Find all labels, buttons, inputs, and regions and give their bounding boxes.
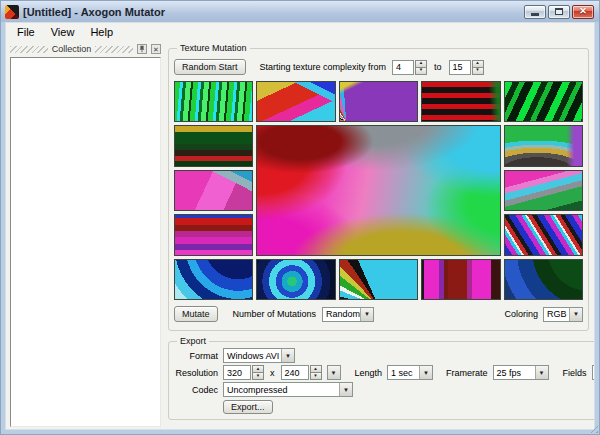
texture-thumbnail[interactable] (421, 259, 500, 300)
panel-close-button[interactable]: ✕ (151, 44, 161, 54)
mutations-label: Number of Mutations (233, 309, 317, 319)
window-title: [Untitled] - Axogon Mutator (23, 6, 524, 18)
texture-thumbnail[interactable] (339, 259, 418, 300)
chevron-down-icon: ▼ (569, 308, 582, 321)
framerate-label: Framerate (446, 368, 488, 378)
framerate-dropdown[interactable]: 25 fps ▼ (493, 365, 549, 380)
export-group-label: Export (177, 336, 209, 346)
close-icon: ✕ (579, 7, 587, 16)
texture-thumbnail[interactable] (504, 259, 583, 300)
random-start-button[interactable]: Random Start (174, 59, 246, 75)
titlebar[interactable]: [Untitled] - Axogon Mutator ✕ (1, 1, 599, 22)
texture-thumbnail[interactable] (504, 170, 583, 211)
texture-thumbnail[interactable] (421, 81, 500, 122)
resolution-width-input[interactable]: 320 (223, 365, 251, 380)
texture-grid (174, 81, 583, 300)
texture-preview-center[interactable] (256, 125, 500, 255)
export-group: Export Format Windows AVI ▼ Resolution 3… (168, 336, 594, 420)
texture-thumbnail[interactable] (174, 170, 253, 211)
menu-file[interactable]: File (10, 24, 42, 40)
resolution-height-down-button[interactable]: ▼ (310, 373, 322, 380)
format-label: Format (174, 351, 218, 361)
gripper-texture (10, 46, 48, 53)
menu-help[interactable]: Help (83, 24, 120, 40)
complexity-to-input[interactable]: 15 (449, 60, 471, 75)
resolution-label: Resolution (174, 368, 218, 378)
app-window: [Untitled] - Axogon Mutator ✕ File View … (0, 0, 600, 435)
mutations-dropdown[interactable]: Random ▼ (322, 307, 374, 322)
maximize-button[interactable] (548, 5, 570, 19)
length-value: 1 sec (388, 366, 419, 379)
app-icon (5, 5, 19, 19)
length-label: Length (355, 368, 383, 378)
chevron-down-icon: ▼ (339, 383, 352, 396)
collection-header[interactable]: Collection ✕ (10, 43, 161, 55)
complexity-to-down-button[interactable]: ▼ (472, 68, 484, 75)
texture-thumbnail[interactable] (504, 214, 583, 255)
texture-thumbnail[interactable] (174, 81, 253, 122)
chevron-down-icon: ▼ (281, 349, 294, 362)
collection-list[interactable] (10, 57, 161, 427)
chevron-down-icon: ▼ (360, 308, 373, 321)
close-button[interactable]: ✕ (572, 5, 594, 19)
format-value: Windows AVI (224, 349, 281, 362)
resolution-times-label: x (270, 368, 275, 378)
coloring-label: Coloring (504, 309, 538, 319)
texture-thumbnail[interactable] (174, 125, 253, 166)
minimize-button[interactable] (524, 5, 546, 19)
texture-thumbnail[interactable] (339, 81, 418, 122)
maximize-icon (555, 8, 563, 15)
codec-label: Codec (174, 385, 218, 395)
codec-dropdown[interactable]: Uncompressed ▼ (223, 382, 353, 397)
pin-icon (138, 45, 146, 53)
coloring-dropdown[interactable]: RGB ▼ (543, 307, 583, 322)
collection-title: Collection (52, 44, 92, 54)
main-panel: Texture Mutation Random Start Starting t… (162, 41, 594, 429)
complexity-from-down-button[interactable]: ▼ (415, 68, 427, 75)
chevron-down-icon: ▼ (328, 366, 340, 379)
export-button[interactable]: Export... (223, 400, 273, 414)
collection-panel: Collection ✕ (6, 41, 162, 429)
texture-thumbnail[interactable] (504, 125, 583, 166)
texture-thumbnail[interactable] (256, 81, 335, 122)
resolution-height-up-button[interactable]: ▲ (310, 365, 322, 373)
resolution-width-down-button[interactable]: ▼ (252, 373, 264, 380)
texture-mutation-group: Texture Mutation Random Start Starting t… (168, 43, 589, 331)
gripper-texture (95, 46, 133, 53)
complexity-label: Starting texture complexity from (260, 62, 387, 72)
menu-view[interactable]: View (44, 24, 82, 40)
mutations-value: Random (323, 308, 360, 321)
fields-label: Fields (563, 368, 587, 378)
coloring-value: RGB (544, 308, 569, 321)
fields-value: No fields (593, 366, 594, 379)
texture-thumbnail[interactable] (174, 214, 253, 255)
mutate-button[interactable]: Mutate (174, 306, 218, 322)
menubar: File View Help (6, 23, 594, 41)
complexity-from-input[interactable]: 4 (392, 60, 414, 75)
texture-thumbnail[interactable] (256, 259, 335, 300)
texture-thumbnail[interactable] (504, 81, 583, 122)
chevron-down-icon: ▼ (535, 366, 548, 379)
framerate-value: 25 fps (494, 366, 535, 379)
minimize-icon (531, 13, 539, 16)
resolution-preset-dropdown[interactable]: ▼ (327, 365, 341, 380)
to-label: to (434, 62, 442, 72)
resolution-height-input[interactable]: 240 (281, 365, 309, 380)
chevron-down-icon: ▼ (419, 366, 432, 379)
length-dropdown[interactable]: 1 sec ▼ (387, 365, 433, 380)
resolution-width-up-button[interactable]: ▲ (252, 365, 264, 373)
client-area: File View Help Collection ✕ (5, 22, 595, 430)
texture-thumbnail[interactable] (174, 259, 253, 300)
texture-mutation-group-label: Texture Mutation (177, 43, 250, 53)
pin-button[interactable] (137, 44, 147, 54)
format-dropdown[interactable]: Windows AVI ▼ (223, 348, 295, 363)
fields-dropdown[interactable]: No fields ▼ (592, 365, 594, 380)
close-icon: ✕ (153, 46, 159, 53)
codec-value: Uncompressed (224, 383, 339, 396)
